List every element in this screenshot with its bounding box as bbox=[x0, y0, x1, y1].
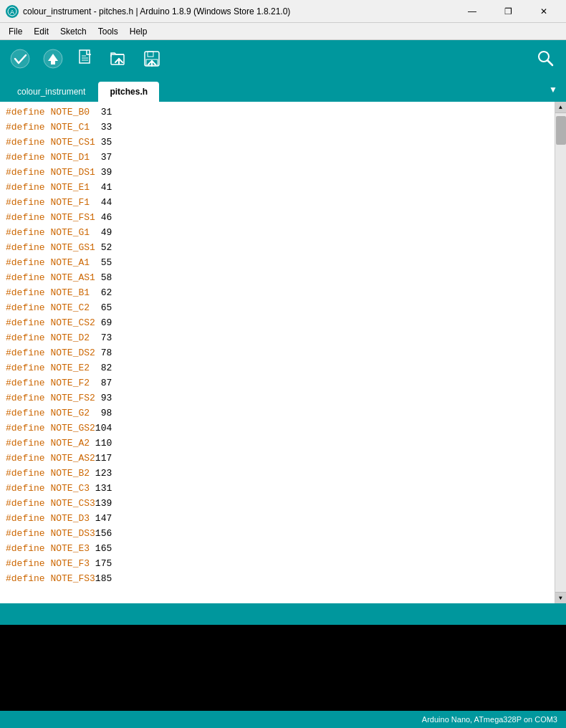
scroll-thumb[interactable] bbox=[556, 116, 566, 145]
table-row: #define NOTE_G1 49 bbox=[6, 225, 549, 240]
table-row: #define NOTE_A2 110 bbox=[6, 436, 549, 451]
table-row: #define NOTE_DS2 78 bbox=[6, 345, 549, 360]
svg-rect-5 bbox=[80, 50, 90, 63]
title-bar: A colour_instrument - pitches.h | Arduin… bbox=[0, 0, 566, 23]
tabs-area: colour_instrument pitches.h ▼ bbox=[0, 77, 566, 102]
table-row: #define NOTE_AS2117 bbox=[6, 451, 549, 466]
table-row: #define NOTE_C2 65 bbox=[6, 300, 549, 315]
scroll-up-button[interactable]: ▲ bbox=[555, 102, 567, 113]
table-row: #define NOTE_GS2104 bbox=[6, 421, 549, 436]
table-row: #define NOTE_A1 55 bbox=[6, 255, 549, 270]
svg-line-16 bbox=[547, 60, 552, 65]
table-row: #define NOTE_C3 131 bbox=[6, 481, 549, 496]
table-row: #define NOTE_F3 175 bbox=[6, 556, 549, 571]
bottom-strip bbox=[0, 603, 566, 625]
menu-help[interactable]: Help bbox=[124, 25, 153, 38]
code-content: #define NOTE_B0 31#define NOTE_C1 33#def… bbox=[0, 102, 555, 603]
search-button[interactable] bbox=[532, 44, 560, 73]
app-icon: A bbox=[6, 5, 19, 18]
tab-dropdown-button[interactable]: ▼ bbox=[543, 80, 563, 100]
window-title: colour_instrument - pitches.h | Arduino … bbox=[23, 6, 456, 16]
table-row: #define NOTE_CS3139 bbox=[6, 496, 549, 511]
svg-point-2 bbox=[11, 49, 29, 68]
table-row: #define NOTE_D3 147 bbox=[6, 511, 549, 526]
table-row: #define NOTE_E3 165 bbox=[6, 541, 549, 556]
scroll-down-button[interactable]: ▼ bbox=[555, 592, 567, 603]
save-button[interactable] bbox=[138, 44, 166, 73]
close-button[interactable]: ✕ bbox=[527, 0, 560, 23]
table-row: #define NOTE_CS2 69 bbox=[6, 315, 549, 330]
console-area bbox=[0, 625, 566, 682]
table-row: #define NOTE_B1 62 bbox=[6, 285, 549, 300]
table-row: #define NOTE_AS1 58 bbox=[6, 270, 549, 285]
window-controls: — ❐ ✕ bbox=[456, 0, 560, 23]
table-row: #define NOTE_D2 73 bbox=[6, 330, 549, 345]
table-row: #define NOTE_B2 123 bbox=[6, 466, 549, 481]
menu-edit[interactable]: Edit bbox=[28, 25, 54, 38]
svg-text:A: A bbox=[10, 9, 14, 16]
table-row: #define NOTE_FS1 46 bbox=[6, 210, 549, 225]
table-row: #define NOTE_B0 31 bbox=[6, 105, 549, 120]
menu-tools[interactable]: Tools bbox=[92, 25, 124, 38]
table-row: #define NOTE_D1 37 bbox=[6, 150, 549, 165]
svg-rect-12 bbox=[148, 52, 153, 57]
status-bar: Arduino Nano, ATmega328P on COM3 bbox=[0, 711, 566, 728]
status-text: Arduino Nano, ATmega328P on COM3 bbox=[422, 715, 557, 724]
table-row: #define NOTE_F2 87 bbox=[6, 375, 549, 391]
table-row: #define NOTE_GS1 52 bbox=[6, 240, 549, 255]
scroll-track bbox=[555, 113, 567, 592]
tab-pitches[interactable]: pitches.h bbox=[98, 82, 159, 102]
table-row: #define NOTE_FS3185 bbox=[6, 571, 549, 586]
table-row: #define NOTE_FS2 93 bbox=[6, 391, 549, 406]
table-row: #define NOTE_CS1 35 bbox=[6, 135, 549, 150]
table-row: #define NOTE_F1 44 bbox=[6, 195, 549, 210]
table-row: #define NOTE_DS3156 bbox=[6, 526, 549, 541]
scrollbar[interactable]: ▲ ▼ bbox=[555, 102, 566, 603]
table-row: #define NOTE_C1 33 bbox=[6, 120, 549, 135]
table-row: #define NOTE_G2 98 bbox=[6, 406, 549, 421]
verify-button[interactable] bbox=[6, 44, 34, 73]
maximize-button[interactable]: ❐ bbox=[491, 0, 524, 23]
table-row: #define NOTE_E2 82 bbox=[6, 360, 549, 375]
new-button[interactable] bbox=[72, 44, 100, 73]
upload-button[interactable] bbox=[39, 44, 67, 73]
menu-sketch[interactable]: Sketch bbox=[54, 25, 92, 38]
table-row: #define NOTE_E1 41 bbox=[6, 180, 549, 195]
minimize-button[interactable]: — bbox=[456, 0, 489, 23]
open-button[interactable] bbox=[105, 44, 133, 73]
toolbar bbox=[0, 40, 566, 77]
tab-colour-instrument[interactable]: colour_instrument bbox=[6, 82, 97, 102]
menu-file[interactable]: File bbox=[3, 25, 28, 38]
menu-bar: File Edit Sketch Tools Help bbox=[0, 23, 566, 40]
editor-area: #define NOTE_B0 31#define NOTE_C1 33#def… bbox=[0, 102, 566, 603]
table-row: #define NOTE_DS1 39 bbox=[6, 165, 549, 180]
